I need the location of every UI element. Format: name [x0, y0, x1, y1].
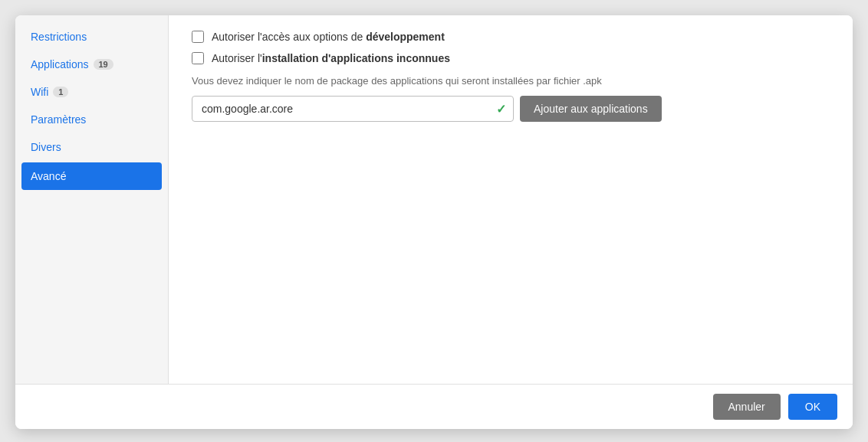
- sidebar: Restrictions Applications 19 Wifi 1 Para…: [15, 15, 169, 384]
- sidebar-item-wifi[interactable]: Wifi 1: [15, 78, 168, 106]
- applications-badge: 19: [94, 59, 113, 70]
- sidebar-item-applications-label: Applications: [31, 58, 89, 70]
- dialog-footer: Annuler OK: [15, 384, 853, 429]
- checkbox-unknown-apps[interactable]: [192, 52, 204, 64]
- valid-check-icon: ✓: [496, 102, 506, 116]
- dialog: Restrictions Applications 19 Wifi 1 Para…: [15, 15, 853, 429]
- package-input-wrapper: ✓: [192, 96, 514, 122]
- checkbox2-label[interactable]: Autoriser l'installation d'applications …: [212, 52, 450, 64]
- sidebar-item-applications[interactable]: Applications 19: [15, 51, 168, 78]
- main-content: Autoriser l'accès aux options de dévelop…: [169, 15, 853, 384]
- checkbox-dev-options[interactable]: [192, 31, 204, 43]
- hint-text: Vous devez indiquer le nom de package de…: [192, 75, 830, 87]
- sidebar-item-restrictions[interactable]: Restrictions: [15, 23, 168, 51]
- sidebar-item-divers[interactable]: Divers: [15, 133, 168, 161]
- checkbox1-label[interactable]: Autoriser l'accès aux options de dévelop…: [212, 31, 445, 43]
- checkbox2-row: Autoriser l'installation d'applications …: [192, 52, 830, 64]
- input-row: ✓ Ajouter aux applications: [192, 96, 830, 122]
- cancel-button[interactable]: Annuler: [713, 394, 781, 420]
- wifi-badge: 1: [53, 87, 68, 97]
- sidebar-item-divers-label: Divers: [31, 141, 61, 153]
- sidebar-item-parametres-label: Paramètres: [31, 113, 86, 126]
- dialog-body: Restrictions Applications 19 Wifi 1 Para…: [15, 15, 853, 384]
- sidebar-item-restrictions-label: Restrictions: [31, 31, 87, 43]
- checkbox1-row: Autoriser l'accès aux options de dévelop…: [192, 31, 830, 43]
- sidebar-item-wifi-label: Wifi: [31, 86, 48, 98]
- ok-button[interactable]: OK: [788, 394, 837, 420]
- add-to-applications-button[interactable]: Ajouter aux applications: [520, 96, 662, 122]
- package-name-input[interactable]: [192, 96, 514, 122]
- sidebar-item-parametres[interactable]: Paramètres: [15, 106, 168, 133]
- sidebar-item-avance[interactable]: Avancé: [21, 162, 162, 190]
- sidebar-item-avance-label: Avancé: [31, 170, 66, 182]
